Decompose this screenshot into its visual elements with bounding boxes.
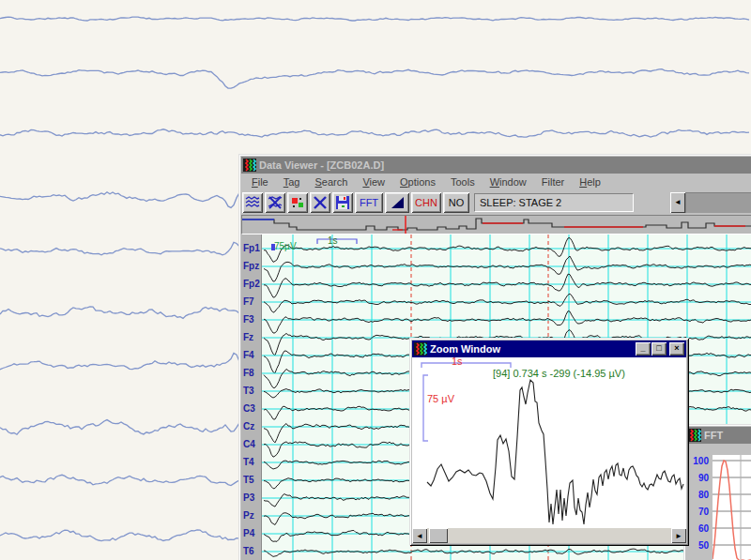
waves-x-icon — [267, 194, 284, 211]
eeg-trace-f7 — [264, 294, 751, 312]
fft-y-label-90: 90 — [686, 473, 709, 483]
zoom-waveform — [412, 357, 686, 528]
zoom-window-title: Zoom Window — [430, 343, 500, 355]
scrollbar-right-arrow[interactable]: ► — [671, 528, 686, 543]
zoom-window-client[interactable]: 1s 75 µV [94] 0.734 s -299 (-14.95 µV) — [412, 357, 686, 528]
data-viewer-title: Data Viewer - [ZCB02A.D] — [259, 159, 384, 171]
zoom-window-app-icon[interactable] — [414, 342, 427, 356]
toolbar: FFT CHN NO SLEEP: STAGE 2 ◄ — [241, 189, 751, 215]
channel-label-f8: F8 — [243, 368, 254, 378]
fft-y-label-50: 50 — [686, 540, 709, 551]
waves-icon — [244, 194, 261, 211]
scrollbar-left-arrow[interactable]: ◄ — [412, 528, 427, 543]
channel-label-fp2: Fp2 — [243, 279, 260, 289]
channel-label-t5: T5 — [243, 475, 254, 485]
zoom-window: Zoom Window _ □ × 1s 75 µV [94] 0.734 s … — [409, 338, 689, 546]
eeg-time-scale-label: 1s — [328, 235, 338, 246]
channel-label-t3: T3 — [243, 386, 254, 396]
x-button[interactable] — [310, 192, 330, 213]
fft-plot — [713, 455, 751, 560]
data-viewer-titlebar: Data Viewer - [ZCB02A.D] — [241, 157, 751, 174]
hypnogram-line — [242, 219, 751, 230]
menu-item-search[interactable]: Search — [309, 175, 355, 189]
zoom-scrollbar: ◄ ► — [412, 528, 686, 543]
minimize-button[interactable]: _ — [636, 342, 651, 356]
paper-trace — [0, 69, 749, 88]
fft-window: FFT 1009080706050 — [683, 424, 751, 560]
menu-item-view[interactable]: View — [356, 175, 391, 189]
waves-x-button[interactable] — [265, 192, 285, 213]
zoom-amp-scale-label: 75 µV — [427, 393, 454, 404]
triangle-button[interactable] — [385, 192, 409, 213]
paper-trace — [0, 17, 749, 21]
color-squares-icon — [289, 194, 306, 211]
no-button[interactable]: NO — [443, 192, 469, 213]
channel-label-p4: P4 — [243, 528, 254, 538]
scroll-left-button[interactable]: ◄ — [670, 192, 685, 213]
fft-plot-area — [713, 455, 751, 560]
channel-label-f7: F7 — [243, 296, 254, 307]
channel-label-c3: C3 — [243, 403, 255, 414]
x-icon — [312, 194, 329, 211]
channel-label-f4: F4 — [243, 350, 254, 360]
sleep-stage-field[interactable]: SLEEP: STAGE 2 — [474, 193, 634, 212]
zoom-amp-bracket — [423, 375, 428, 441]
menu-item-window[interactable]: Window — [483, 175, 533, 189]
waves-button[interactable] — [242, 192, 263, 213]
channel-label-pz: Pz — [243, 510, 254, 521]
channel-label-strip: Fp1FpzFp2F7F3FzF4F8T3C3CzC4T4T5P3PzP4T6 — [241, 235, 262, 560]
channel-label-t4: T4 — [243, 457, 254, 467]
color-squares-button[interactable] — [287, 192, 308, 213]
triangle-icon — [389, 194, 406, 211]
channel-label-f3: F3 — [243, 314, 254, 325]
menu-item-filter[interactable]: Filter — [535, 175, 571, 189]
eeg-trace-fpz — [264, 256, 751, 281]
fft-button[interactable]: FFT — [355, 192, 383, 213]
chn-button[interactable]: CHN — [411, 192, 441, 213]
channel-label-fpz: Fpz — [243, 261, 259, 271]
menu-item-tools[interactable]: Tools — [444, 175, 482, 189]
save-icon — [334, 194, 351, 211]
zoom-window-titlebar: Zoom Window _ □ × — [412, 341, 686, 357]
eeg-trace-fp2 — [264, 274, 751, 297]
overview-strip[interactable] — [241, 215, 751, 235]
fft-y-label-80: 80 — [686, 490, 709, 500]
zoom-trace — [427, 380, 683, 524]
menu-item-tag[interactable]: Tag — [277, 175, 307, 189]
eeg-trace-t6 — [264, 549, 751, 556]
channel-label-cz: Cz — [243, 421, 254, 431]
fft-y-label-100: 100 — [686, 456, 709, 466]
fft-title: FFT — [704, 430, 723, 441]
channel-label-p3: P3 — [243, 492, 254, 503]
channel-label-fp1: Fp1 — [243, 243, 260, 253]
fft-client: 1009080706050 — [686, 444, 751, 560]
maximize-button[interactable]: □ — [651, 342, 667, 356]
close-button[interactable]: × — [669, 342, 684, 356]
fft-titlebar: FFT — [686, 427, 751, 444]
toolbar-scrollbar: ◄ — [670, 192, 751, 213]
save-button[interactable] — [332, 192, 353, 213]
menu-item-options[interactable]: Options — [393, 175, 442, 189]
menu-bar: FileTagSearchViewOptionsToolsWindowFilte… — [241, 174, 751, 189]
channel-label-t6: T6 — [243, 546, 254, 556]
menu-item-help[interactable]: Help — [573, 175, 607, 189]
scroll-track[interactable] — [685, 192, 751, 213]
eeg-trace-f3 — [264, 311, 751, 333]
channel-label-c4: C4 — [243, 439, 255, 449]
fft-y-label-60: 60 — [686, 523, 709, 534]
fft-app-icon[interactable] — [688, 429, 701, 442]
eeg-amp-scale-label: 75µV — [274, 241, 297, 251]
fft-y-label-70: 70 — [686, 507, 709, 517]
zoom-time-scale-label: 1s — [452, 357, 463, 367]
scrollbar-thumb[interactable] — [429, 528, 448, 543]
overview-hypnogram — [242, 216, 751, 234]
channel-label-fz: Fz — [243, 332, 253, 342]
paper-trace — [0, 129, 749, 137]
menu-item-file[interactable]: File — [245, 175, 275, 189]
zoom-measurement-text: [94] 0.734 s -299 (-14.95 µV) — [493, 368, 625, 379]
data-viewer-app-icon[interactable] — [243, 159, 256, 172]
